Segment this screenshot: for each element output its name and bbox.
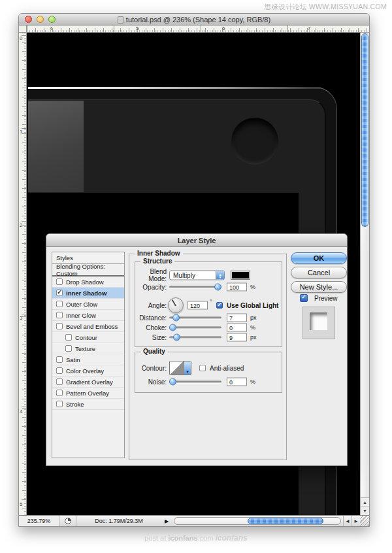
noise-slider[interactable]: [169, 378, 221, 386]
noise-slider-thumb[interactable]: [169, 378, 176, 386]
ruler-number: 5: [136, 25, 139, 31]
scroll-right-arrow[interactable]: ►: [351, 516, 360, 526]
window-titlebar[interactable]: tutorial.psd @ 236% (Shape 14 copy, RGB/…: [19, 14, 369, 25]
scroll-up-arrow[interactable]: ▲: [361, 498, 369, 507]
sidebar-item-satin[interactable]: Satin: [52, 354, 124, 365]
style-preview-thumbnail: [302, 307, 335, 339]
scroll-down-arrow[interactable]: ▼: [361, 507, 369, 515]
sidebar-item-drop-shadow[interactable]: Drop Shadow: [52, 276, 124, 288]
angle-dial[interactable]: [168, 297, 184, 313]
angle-unit: °: [210, 299, 212, 305]
status-clock-icon[interactable]: [59, 516, 76, 526]
cancel-button[interactable]: Cancel: [291, 267, 347, 278]
vertical-scrollbar-thumb[interactable]: [361, 33, 368, 227]
size-slider-thumb[interactable]: [173, 334, 180, 341]
opacity-slider-thumb[interactable]: [214, 284, 221, 291]
preview-square: [310, 312, 327, 330]
sidebar-item-pattern-overlay[interactable]: Pattern Overlay: [52, 388, 124, 399]
ruler-number: 4: [50, 25, 52, 31]
checkbox-icon[interactable]: [56, 278, 63, 285]
site-watermark: 思缘设计论坛 WWW.MISSYUAN.COM: [265, 3, 387, 12]
inner-shadow-panel: Inner Shadow Structure Blend Mode: Multi…: [129, 254, 287, 460]
opacity-unit: %: [250, 284, 255, 290]
ruler-number: 0: [20, 35, 22, 41]
layer-style-dialog: Layer Style Styles Blending Options: Cus…: [46, 233, 348, 466]
dialog-titlebar[interactable]: Layer Style: [46, 234, 347, 247]
contour-picker[interactable]: ▼: [169, 361, 191, 375]
chevron-down-icon: ▼: [184, 361, 191, 375]
distance-label: Distance:: [135, 314, 167, 322]
scroll-left-arrow[interactable]: ◄: [343, 516, 351, 526]
vertical-scrollbar[interactable]: ▲ ▼: [360, 33, 369, 515]
noise-unit: %: [250, 378, 255, 385]
angle-label: Angle:: [135, 302, 167, 309]
ruler-number: 1: [20, 129, 22, 135]
choke-slider[interactable]: [169, 324, 221, 331]
sidebar-item-gradient-overlay[interactable]: Gradient Overlay: [52, 377, 124, 388]
ok-button[interactable]: OK: [291, 252, 347, 264]
ruler-number: 2: [20, 222, 22, 228]
noise-label: Noise:: [135, 378, 167, 386]
choke-slider-thumb[interactable]: [169, 324, 176, 331]
noise-field[interactable]: 0: [227, 378, 247, 386]
status-popup-arrow-icon[interactable]: ▶: [161, 516, 172, 526]
angle-field[interactable]: 120: [188, 301, 208, 310]
contour-curve-icon: [170, 361, 184, 375]
sidebar-item-blending-options[interactable]: Blending Options: Custom: [52, 264, 124, 276]
sidebar-item-color-overlay[interactable]: Color Overlay: [52, 365, 124, 377]
sidebar-item-contour[interactable]: Contour: [52, 332, 124, 343]
sidebar-item-inner-shadow[interactable]: Inner Shadow: [52, 288, 124, 299]
sidebar-item-bevel-and-emboss[interactable]: Bevel and Emboss: [52, 321, 124, 332]
distance-field[interactable]: 7: [227, 314, 247, 322]
shadow-color-swatch[interactable]: [231, 271, 250, 280]
sidebar-item-texture[interactable]: Texture: [52, 343, 124, 354]
document-size-info: Doc: 1.79M/29.3M: [76, 516, 161, 526]
checkbox-icon[interactable]: [56, 401, 63, 407]
checkbox-icon[interactable]: [56, 323, 63, 329]
distance-slider[interactable]: [169, 314, 221, 322]
document-icon: [118, 16, 123, 24]
artwork-camera-circle: [231, 118, 278, 165]
horizontal-scrollbar[interactable]: [174, 517, 341, 525]
structure-group: Structure Blend Mode: Multiply ▲▼ Opacit…: [135, 261, 282, 347]
status-bar: 235.79% Doc: 1.79M/29.3M ▶ ◄ ►: [19, 515, 369, 526]
blend-mode-label: Blend Mode:: [135, 268, 167, 282]
checkbox-icon[interactable]: [65, 345, 72, 352]
quality-group: Quality Contour: ▼ Anti-aliased Noise: 0…: [135, 352, 282, 393]
size-label: Size:: [135, 334, 167, 341]
checkbox-icon[interactable]: [65, 334, 72, 341]
size-field[interactable]: 9: [227, 333, 247, 342]
preview-checkbox[interactable]: [300, 294, 308, 302]
checkbox-icon[interactable]: [56, 378, 63, 385]
window-title: tutorial.psd @ 236% (Shape 14 copy, RGB/…: [19, 16, 369, 24]
anti-aliased-checkbox[interactable]: [199, 365, 206, 371]
horizontal-scrollbar-thumb[interactable]: [248, 518, 323, 524]
horizontal-ruler: 4 5 6 7: [27, 25, 369, 33]
artwork-top-highlight: [28, 87, 321, 89]
ruler-number: 7: [308, 25, 310, 31]
opacity-slider[interactable]: [169, 284, 221, 291]
checkbox-icon[interactable]: [56, 301, 63, 307]
sidebar-item-inner-glow[interactable]: Inner Glow: [52, 310, 124, 321]
distance-unit: px: [250, 314, 257, 321]
size-slider[interactable]: [169, 334, 221, 341]
checkbox-icon[interactable]: [56, 390, 63, 396]
checkbox-icon[interactable]: [56, 367, 63, 374]
zoom-level-field[interactable]: 235.79%: [19, 516, 59, 526]
window-resize-grip[interactable]: [360, 516, 369, 526]
distance-slider-thumb[interactable]: [172, 314, 180, 322]
checkbox-icon[interactable]: [56, 290, 63, 296]
blend-mode-select[interactable]: Multiply ▲▼: [169, 271, 225, 280]
use-global-light-checkbox[interactable]: [216, 302, 223, 309]
ruler-number: 5: [20, 501, 22, 507]
sidebar-item-stroke[interactable]: Stroke: [52, 399, 124, 410]
choke-field[interactable]: 0: [227, 324, 247, 332]
new-style-button[interactable]: New Style...: [291, 281, 347, 293]
ruler-number: 4: [20, 409, 22, 414]
checkbox-icon[interactable]: [56, 312, 63, 318]
opacity-field[interactable]: 100: [227, 283, 247, 292]
sidebar-item-outer-glow[interactable]: Outer Glow: [52, 299, 124, 310]
checkbox-icon[interactable]: [56, 356, 63, 363]
footer-watermark: post at iconfans.com iconfans: [0, 533, 392, 543]
preview-label: Preview: [314, 295, 338, 302]
